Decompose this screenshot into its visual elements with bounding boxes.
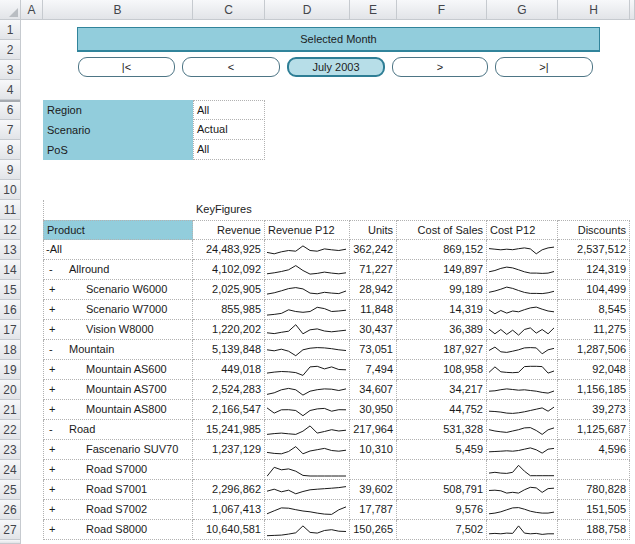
row-header-24[interactable]: 24: [0, 460, 21, 480]
selected-month-banner: Selected Month: [77, 27, 600, 52]
expand-toggle[interactable]: +: [49, 280, 61, 299]
expand-toggle[interactable]: +: [49, 400, 61, 419]
row-header-2[interactable]: 2: [0, 40, 21, 60]
cost-p12-sparkline: [489, 342, 554, 358]
product-cell: +Mountain AS800: [43, 400, 193, 420]
table-row: +Fascenario SUV701,237,12910,3105,4594,5…: [43, 440, 630, 460]
expand-toggle[interactable]: +: [49, 500, 61, 519]
expand-toggle[interactable]: +: [49, 520, 61, 539]
cost-p12-sparkline-cell: [487, 360, 558, 380]
row-header-20[interactable]: 20: [0, 380, 21, 400]
row-header-25[interactable]: 25: [0, 480, 21, 500]
table-group-row: KeyFigures: [43, 200, 630, 220]
row-header-6[interactable]: 6: [0, 100, 21, 120]
expand-toggle[interactable]: +: [49, 460, 61, 479]
row-header-partial[interactable]: [0, 540, 21, 544]
row-header-17[interactable]: 17: [0, 320, 21, 340]
product-cell: +Mountain AS600: [43, 360, 193, 380]
row-header-27[interactable]: 27: [0, 520, 21, 540]
discounts-cell: 780,828: [558, 480, 630, 500]
discounts-cell: 1,287,506: [558, 340, 630, 360]
row-header-18[interactable]: 18: [0, 340, 21, 360]
revenue-p12-sparkline-cell: [265, 520, 350, 540]
row-header-22[interactable]: 22: [0, 420, 21, 440]
empty-cell: [43, 200, 193, 220]
column-header-C[interactable]: C: [193, 0, 265, 20]
cost-of-sales-cell: 5,459: [397, 440, 487, 460]
cost-p12-sparkline-cell: [487, 500, 558, 520]
row-header-19[interactable]: 19: [0, 360, 21, 380]
month-current-button[interactable]: July 2003: [287, 57, 385, 77]
cost-of-sales-cell: 99,189: [397, 280, 487, 300]
row-header-16[interactable]: 16: [0, 300, 21, 320]
row-header-11[interactable]: 11: [0, 200, 21, 220]
column-header-B[interactable]: B: [43, 0, 193, 20]
row-header-8[interactable]: 8: [0, 140, 21, 160]
row-header-10[interactable]: 10: [0, 180, 21, 200]
column-header-G[interactable]: G: [487, 0, 558, 20]
column-header-F[interactable]: F: [397, 0, 487, 20]
row-header-23[interactable]: 23: [0, 440, 21, 460]
spreadsheet: ABCDEFGH 1234678910111213141516171819202…: [0, 0, 635, 544]
filter-value-pos[interactable]: All: [193, 139, 265, 160]
row-header-1[interactable]: 1: [0, 20, 21, 40]
row-header-13[interactable]: 13: [0, 240, 21, 260]
month-first-button[interactable]: |<: [78, 57, 175, 77]
expand-toggle[interactable]: -: [49, 260, 61, 279]
filter-value-scenario[interactable]: Actual: [193, 119, 265, 140]
product-cell: +Road S7001: [43, 480, 193, 500]
revenue-cell: 1,067,413: [193, 500, 265, 520]
cost-p12-sparkline: [489, 282, 554, 298]
expand-toggle[interactable]: +: [49, 360, 61, 379]
month-last-button[interactable]: >|: [495, 57, 593, 77]
column-header-partial[interactable]: [630, 0, 635, 20]
cost-p12-sparkline: [489, 422, 554, 438]
row-header-15[interactable]: 15: [0, 280, 21, 300]
col-header-revenue-p12: Revenue P12: [265, 220, 350, 240]
column-header-D[interactable]: D: [265, 0, 350, 20]
revenue-cell: 24,483,925: [193, 240, 265, 260]
filter-value-region[interactable]: All: [193, 100, 265, 120]
month-next-button[interactable]: >: [392, 57, 488, 77]
table-row: +Scenario W7000855,98511,84814,3198,545: [43, 300, 630, 320]
discounts-cell: 151,505: [558, 500, 630, 520]
expand-toggle[interactable]: +: [49, 380, 61, 399]
row-header-7[interactable]: 7: [0, 120, 21, 140]
units-cell: 150,265: [350, 520, 397, 540]
cost-p12-sparkline-cell: [487, 520, 558, 540]
select-all-triangle-icon: [9, 8, 18, 17]
cost-of-sales-cell: 869,152: [397, 240, 487, 260]
discounts-cell: 104,499: [558, 280, 630, 300]
revenue-p12-sparkline: [267, 442, 346, 458]
expand-toggle[interactable]: -: [49, 340, 61, 359]
units-cell: 28,942: [350, 280, 397, 300]
cost-p12-sparkline-cell: [487, 240, 558, 260]
expand-toggle[interactable]: +: [49, 480, 61, 499]
row-header-21[interactable]: 21: [0, 400, 21, 420]
product-cell: +Scenario W6000: [43, 280, 193, 300]
col-header-discounts: Discounts: [558, 220, 630, 240]
expand-toggle[interactable]: -: [49, 420, 61, 439]
row-header-4[interactable]: 4: [0, 80, 21, 100]
expand-toggle[interactable]: +: [49, 300, 61, 319]
row-header-9[interactable]: 9: [0, 160, 21, 180]
column-header-H[interactable]: H: [558, 0, 630, 20]
select-all-corner[interactable]: [0, 0, 21, 20]
expand-toggle[interactable]: +: [49, 320, 61, 339]
units-cell: 34,607: [350, 380, 397, 400]
revenue-p12-sparkline: [267, 402, 346, 418]
discounts-cell: 2,537,512: [558, 240, 630, 260]
column-header-E[interactable]: E: [350, 0, 397, 20]
expand-toggle[interactable]: +: [49, 440, 61, 459]
empty-cell: [487, 200, 558, 220]
row-header-14[interactable]: 14: [0, 260, 21, 280]
row-header-12[interactable]: 12: [0, 220, 21, 240]
row-header-3[interactable]: 3: [0, 60, 21, 80]
col-header-cost-p12: Cost P12: [487, 220, 558, 240]
column-header-A[interactable]: A: [21, 0, 43, 20]
month-prev-button[interactable]: <: [182, 57, 280, 77]
revenue-p12-sparkline: [267, 382, 346, 398]
row-header-26[interactable]: 26: [0, 500, 21, 520]
selected-month-title: Selected Month: [300, 33, 376, 45]
table-row: -All24,483,925362,242869,1522,537,512: [43, 240, 630, 260]
